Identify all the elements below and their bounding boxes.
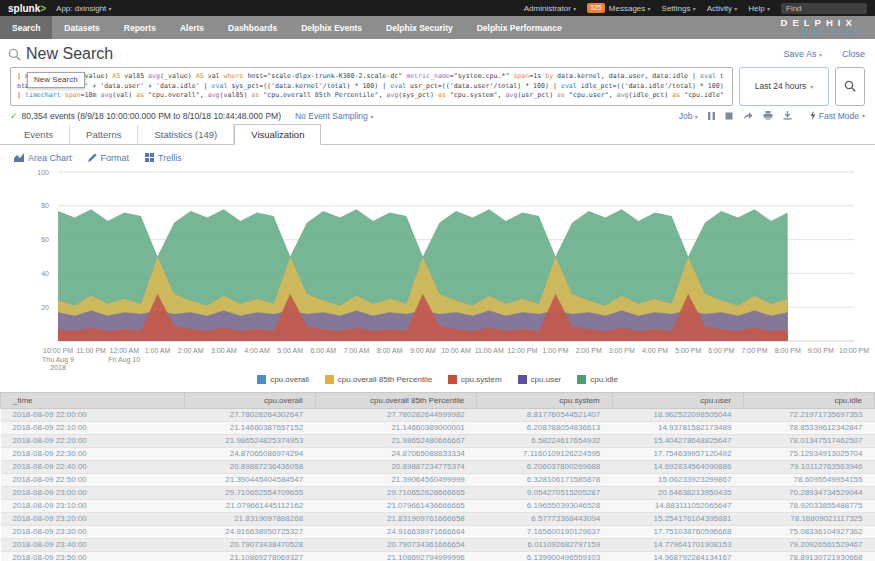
cell-value[interactable]: 21.079661445112162 (184, 499, 315, 512)
cell-value[interactable]: 72.21971735697353 (743, 408, 874, 421)
cell-time[interactable]: 2018-08-09 22:40:00 (1, 460, 185, 473)
cell-time[interactable]: 2018-08-09 23:10:00 (1, 499, 185, 512)
cell-value[interactable]: 20.89887236436058 (184, 460, 315, 473)
format-button[interactable]: Format (88, 153, 130, 163)
messages-menu[interactable]: Messages ▾ (609, 4, 651, 13)
cell-value[interactable]: 6.57773368443094 (477, 512, 612, 525)
cell-value[interactable]: 21.390445404584547 (184, 473, 315, 486)
column-header-cpu-system[interactable]: cpu.system (477, 392, 612, 408)
find-input[interactable]: Find (781, 3, 867, 14)
cell-value[interactable]: 6.206037800269688 (477, 460, 612, 473)
column-header-cpu-overall-85th-percentile[interactable]: cpu.overall 85th Percentile (315, 392, 477, 408)
event-sampling-menu[interactable]: No Event Sampling ▾ (295, 111, 373, 121)
cell-value[interactable]: 21.079661436666665 (315, 499, 477, 512)
cell-value[interactable]: 27.780282644999982 (315, 408, 477, 421)
cell-value[interactable]: 6.208788054836613 (477, 421, 612, 434)
splunk-logo[interactable]: splunk> (8, 3, 46, 14)
cell-time[interactable]: 2018-08-09 22:10:00 (1, 421, 185, 434)
cell-value[interactable]: 6.58224617654932 (477, 434, 612, 447)
cell-value[interactable]: 75.08336104927362 (743, 525, 874, 538)
cell-value[interactable]: 15.254176104395881 (612, 512, 743, 525)
cell-value[interactable]: 75.12934913025704 (743, 447, 874, 460)
app-menu[interactable]: App: dxinsight ▾ (56, 4, 112, 13)
cell-value[interactable]: 7.165600190129637 (477, 525, 612, 538)
legend-item-cpu-overall-85th-percentile[interactable]: cpu.overall 85th Percentile (325, 375, 432, 384)
cell-value[interactable]: 7.1160109126224595 (477, 447, 612, 460)
nav-item-delphix-events[interactable]: Delphix Events (289, 16, 374, 39)
cell-value[interactable]: 21.14660387657152 (184, 421, 315, 434)
cell-value[interactable]: 14.692834564090886 (612, 460, 743, 473)
cell-value[interactable]: 21.8319097888268 (184, 512, 315, 525)
cell-value[interactable]: 6.328106171585878 (477, 473, 612, 486)
cell-value[interactable]: 21.986524825374953 (184, 434, 315, 447)
cell-value[interactable]: 24.87065088833334 (315, 447, 477, 460)
tab-events[interactable]: Events (8, 125, 70, 144)
cell-value[interactable]: 21.831909761666658 (315, 512, 477, 525)
nav-item-dashboards[interactable]: Dashboards (216, 16, 289, 39)
cell-value[interactable]: 9.054270515205287 (477, 486, 612, 499)
share-button[interactable] (743, 111, 753, 120)
cell-value[interactable]: 21.98652480666667 (315, 434, 477, 447)
nav-item-search[interactable]: Search (0, 16, 52, 39)
cell-time[interactable]: 2018-08-09 23:20:00 (1, 512, 185, 525)
cell-value[interactable]: 6.011092682797159 (477, 538, 612, 551)
cell-value[interactable]: 14.779641701908153 (612, 538, 743, 551)
cell-value[interactable]: 79.10112763563946 (743, 460, 874, 473)
trellis-button[interactable]: Trellis (145, 153, 182, 163)
cell-value[interactable]: 78.6095549954155 (743, 473, 874, 486)
cell-value[interactable]: 24.87065086974294 (184, 447, 315, 460)
cell-value[interactable]: 78.85339612342847 (743, 421, 874, 434)
tab-statistics-149[interactable]: Statistics (149) (138, 125, 234, 144)
cell-value[interactable]: 6.196550393046528 (477, 499, 612, 512)
pause-button[interactable] (708, 112, 715, 120)
column-header-cpu-idle[interactable]: cpu.idle (743, 392, 874, 408)
time-range-picker[interactable]: Last 24 hours▾ (739, 67, 829, 106)
cell-value[interactable]: 24.916638950725327 (184, 525, 315, 538)
cell-value[interactable]: 20.79073438470528 (184, 538, 315, 551)
column-header-time[interactable]: _time (1, 392, 185, 408)
nav-item-datasets[interactable]: Datasets (52, 16, 111, 39)
legend-item-cpu-overall[interactable]: cpu.overall (257, 375, 309, 384)
cell-value[interactable]: 20.89887234775374 (315, 460, 477, 473)
print-button[interactable] (763, 111, 773, 120)
cell-value[interactable]: 17.751038760596668 (612, 525, 743, 538)
user-menu[interactable]: Administrator ▾ (524, 4, 576, 13)
cell-value[interactable]: 21.14660389000001 (315, 421, 477, 434)
save-as-button[interactable]: Save As ▾ (783, 49, 822, 59)
cell-value[interactable]: 21.108692794999996 (315, 551, 477, 561)
cell-value[interactable]: 14.93781582173489 (612, 421, 743, 434)
activity-menu[interactable]: Activity ▾ (707, 4, 738, 13)
cell-value[interactable]: 29.710652554709655 (184, 486, 315, 499)
column-header-cpu-user[interactable]: cpu.user (612, 392, 743, 408)
cell-value[interactable]: 27.78028264302647 (184, 408, 315, 421)
tab-patterns[interactable]: Patterns (70, 125, 138, 144)
cell-time[interactable]: 2018-08-09 22:20:00 (1, 434, 185, 447)
cell-time[interactable]: 2018-08-09 23:30:00 (1, 525, 185, 538)
cell-time[interactable]: 2018-08-09 23:00:00 (1, 486, 185, 499)
cell-value[interactable]: 17.754639957120492 (612, 447, 743, 460)
search-query-input[interactable]: New Search | mstats perc95(_value) AS va… (10, 67, 733, 106)
stop-button[interactable] (725, 112, 733, 120)
cell-value[interactable]: 78.01347517462507 (743, 434, 874, 447)
cell-time[interactable]: 2018-08-09 22:30:00 (1, 447, 185, 460)
nav-item-alerts[interactable]: Alerts (168, 16, 216, 39)
chart-type-button[interactable]: Area Chart (14, 153, 72, 163)
search-submit-button[interactable] (835, 67, 865, 106)
cell-value[interactable]: 24.916638971666664 (315, 525, 477, 538)
tab-visualization[interactable]: Visualization (234, 124, 321, 145)
legend-item-cpu-idle[interactable]: cpu.idle (577, 375, 618, 384)
cell-value[interactable]: 18.962522098505044 (612, 408, 743, 421)
cell-value[interactable]: 29.710652626666665 (315, 486, 477, 499)
column-header-cpu-overall[interactable]: cpu.overall (184, 392, 315, 408)
cell-value[interactable]: 14.883111052065647 (612, 499, 743, 512)
cell-value[interactable]: 20.790734361666654 (315, 538, 477, 551)
cell-value[interactable]: 15.06233923299867 (612, 473, 743, 486)
cell-time[interactable]: 2018-08-09 23:50:00 (1, 551, 185, 561)
export-button[interactable] (783, 111, 792, 120)
legend-item-cpu-system[interactable]: cpu.system (448, 375, 501, 384)
nav-item-delphix-performance[interactable]: Delphix Performance (465, 16, 574, 39)
cell-time[interactable]: 2018-08-09 23:40:00 (1, 538, 185, 551)
cell-value[interactable]: 8.817760544521407 (477, 408, 612, 421)
search-mode-menu[interactable]: Fast Mode ▾ (810, 111, 865, 121)
cell-value[interactable]: 15.404278648825647 (612, 434, 743, 447)
